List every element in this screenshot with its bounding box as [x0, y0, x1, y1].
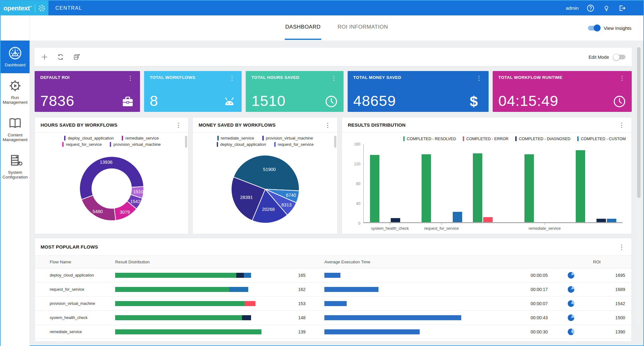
legend-item-deploy_cloud_application[interactable]: deploy_cloud_application [217, 142, 266, 147]
view-insights-toggle[interactable] [588, 26, 600, 30]
kebab-menu-icon[interactable]: ⋮ [618, 122, 626, 128]
bar-completed-resolved [524, 154, 534, 223]
slice-value-label: 6740 [286, 193, 296, 198]
x-label-request_for_service: request_for_service [421, 223, 462, 234]
page-scrollbar-thumb[interactable] [637, 47, 641, 198]
product-title: CENTRAL [55, 5, 82, 11]
bar-group-1 [421, 144, 462, 223]
topbar: opentext™ CENTRAL admin [1, 1, 643, 15]
table-row-system_health_check[interactable]: system_health_check14800:00:431500 [35, 311, 631, 325]
help-icon[interactable] [587, 4, 594, 12]
bar-slot [524, 144, 534, 223]
legend-item-deploy_cloud_application[interactable]: deploy_cloud_application [64, 136, 114, 140]
sidebar-item-system-configuration[interactable]: System Configuration [1, 148, 30, 185]
table-row-deploy_cloud_application[interactable]: deploy_cloud_application16500:00:051695 [35, 268, 631, 283]
kpi-card-top: TOTAL WORKFLOWS⋮ [150, 75, 236, 81]
kebab-menu-icon[interactable]: ⋮ [330, 75, 338, 81]
legend-item-completed-diagnosed[interactable]: COMPLETED - DIAGNOSED [515, 136, 570, 141]
money-saved-title: MONEY SAVED BY WORKFLOWS [199, 122, 276, 128]
kpi-row: DEFAULT ROI⋮7836TOTAL WORKFLOWS⋮8TOTAL H… [35, 71, 632, 112]
user-name[interactable]: admin [566, 5, 579, 11]
legend-item-provision_virtual_machine[interactable]: provision_virtual_machine [262, 136, 313, 140]
flow-name: provision_virtual_machine [50, 301, 115, 306]
kebab-menu-icon[interactable]: ⋮ [475, 75, 483, 81]
bar-slot [555, 144, 565, 223]
kpi-title: TOTAL WORKFLOWS [150, 75, 195, 80]
kpi-card-total-money-saved: TOTAL MONEY SAVED⋮48659$ [348, 71, 489, 112]
segment-error [244, 301, 255, 306]
roi-pie-cell [548, 300, 574, 307]
legend-scrollbar-thumb[interactable] [185, 136, 187, 148]
legend-swatch [217, 136, 219, 140]
kpi-card-default-roi: DEFAULT ROI⋮7836 [35, 71, 140, 112]
charts-row: HOURS SAVED BY WORKFLOWS ⋮ deploy_cloud_… [35, 117, 632, 234]
roi-value: 1500 [574, 315, 625, 320]
roi-value: 1689 [574, 287, 625, 292]
kpi-value: 48659 [353, 93, 396, 108]
table-row-provision_virtual_machine[interactable]: provision_virtual_machine15300:00:071542 [35, 297, 631, 311]
legend-item-completed-resolved[interactable]: COMPLETED - RESOLVED [403, 136, 456, 141]
results-legend: COMPLETED - RESOLVEDCOMPLETED - ERRORCOM… [342, 133, 631, 141]
remove-widget-icon[interactable] [73, 53, 80, 61]
segment-custom [229, 287, 248, 292]
roi-pie-icon [568, 314, 574, 321]
legend-label: remediate_service [221, 136, 254, 140]
lightbulb-icon[interactable] [602, 4, 610, 12]
table-row-request_for_service[interactable]: request_for_service16200:00:171689 [35, 283, 631, 297]
legend-item-completed-custom[interactable]: COMPLETED - CUSTOM [577, 136, 626, 141]
kpi-title: TOTAL HOURS SAVED [251, 75, 299, 80]
bar-group-2 [473, 144, 514, 223]
clock-icon [325, 95, 338, 108]
edit-mode-toggle[interactable] [613, 55, 625, 59]
roi-pie-icon [568, 300, 574, 307]
tab-roi-information[interactable]: ROI INFORMATION [337, 15, 389, 40]
tab-dashboard[interactable]: DASHBOARD [285, 15, 321, 40]
legend-row: deploy_cloud_applicationrequest_for_serv… [196, 142, 334, 147]
flow-name: system_health_check [50, 316, 115, 320]
sidebar-item-content-management[interactable]: Content Management [1, 111, 30, 148]
y-tick-label: 0 [358, 221, 361, 226]
refresh-icon[interactable] [57, 53, 64, 61]
dashboard-content: Edit Mode DEFAULT ROI⋮7836TOTAL WORKFLOW… [30, 41, 643, 346]
kebab-menu-icon[interactable]: ⋮ [618, 75, 626, 81]
execution-time-bar [324, 287, 378, 292]
table-row-remediate_service[interactable]: remediate_service13900:00:301390 [35, 325, 631, 339]
legend-item-remediate_service[interactable]: remediate_service [217, 136, 254, 140]
kpi-card-bottom: 48659$ [353, 93, 483, 108]
legend-item-provision_virtual_machine[interactable]: provision_virtual_machine [110, 142, 160, 147]
logout-icon[interactable] [618, 4, 626, 12]
slice-value-label: 28391 [240, 195, 253, 200]
legend-row: remediate_serviceprovision_virtual_machi… [196, 136, 334, 140]
cloud-logo-icon [38, 4, 46, 12]
slice-value-label: 51900 [263, 167, 276, 172]
kebab-menu-icon[interactable]: ⋮ [228, 75, 236, 81]
kebab-menu-icon[interactable]: ⋮ [174, 122, 182, 128]
kpi-value: 1510 [251, 93, 286, 108]
bar-completed-custom [453, 212, 462, 223]
kpi-card-top: TOTAL MONEY SAVED⋮ [353, 75, 483, 81]
legend-item-request_for_service[interactable]: request_for_service [274, 142, 314, 147]
kebab-menu-icon[interactable]: ⋮ [126, 75, 134, 81]
dollar-icon: $ [470, 95, 483, 108]
add-widget-icon[interactable] [41, 53, 48, 61]
legend-item-completed-error[interactable]: COMPLETED - ERROR [463, 136, 508, 141]
execution-time-value: 00:00:43 [468, 315, 548, 320]
roi-pie-icon [568, 328, 574, 335]
legend-label: provision_virtual_machine [266, 136, 313, 140]
slice-value-label: 1510 [133, 189, 143, 194]
sidebar-item-label: Run Management [2, 95, 29, 105]
y-tick-label: 80 [356, 182, 360, 186]
sidebar-item-dashboard[interactable]: Dashboard [1, 41, 30, 73]
sidebar-item-run-management[interactable]: Run Management [1, 73, 30, 111]
clock-icon [613, 95, 626, 108]
roi-pie-cell [548, 328, 574, 335]
x-label-text: request_for_service [424, 226, 459, 231]
slice-value-label: 5480 [92, 209, 103, 214]
legend-scrollbar-thumb[interactable] [334, 136, 336, 148]
roi-value: 1542 [574, 301, 625, 306]
kebab-menu-icon[interactable]: ⋮ [618, 244, 626, 250]
legend-item-remediate_service[interactable]: remediate_service [122, 136, 159, 140]
legend-label: request_for_service [278, 142, 314, 147]
kebab-menu-icon[interactable]: ⋮ [323, 122, 332, 128]
legend-item-request_for_service[interactable]: request_for_service [62, 142, 102, 147]
